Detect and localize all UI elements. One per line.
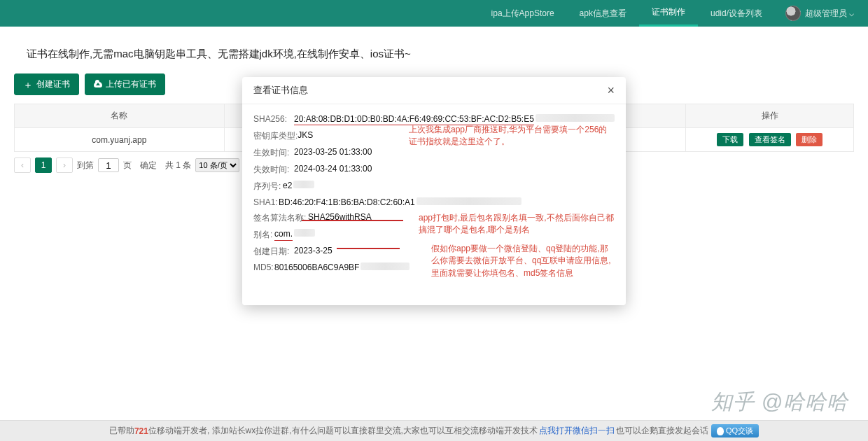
annotation-md5: 假如你app要做一个微信登陆、qq登陆的功能,那么你需要去微信开放平台、qq互联… xyxy=(431,243,613,279)
obscured xyxy=(360,262,410,270)
start-value: 2023-03-25 01:33:00 xyxy=(294,147,372,159)
end-label: 失效时间: xyxy=(253,164,294,176)
modal-title: 查看证书信息 xyxy=(253,84,308,97)
md5-label: MD5: xyxy=(253,262,274,272)
serial-value: e2 xyxy=(283,181,292,192)
create-value: 2023-3-25 xyxy=(294,246,332,258)
footer-t3: 也可以企鹅直接发起会话 xyxy=(616,425,708,437)
end-value: 2024-03-24 01:33:00 xyxy=(294,164,372,176)
sha1-value: BD:46:20:F4:1B:B6:BA:D8:C2:60:A1 xyxy=(279,197,415,207)
serial-label: 序列号: xyxy=(253,181,283,192)
wechat-link[interactable]: 点我打开微信扫一扫 xyxy=(539,425,615,437)
annotation-line xyxy=(337,248,400,249)
footer-t1: 已帮助 xyxy=(109,425,134,437)
qq-label: QQ交谈 xyxy=(726,426,753,436)
algo-value: SHA256withRSA xyxy=(308,212,372,224)
qq-icon xyxy=(717,427,724,435)
alias-value: com. xyxy=(274,229,293,241)
qq-chat-button[interactable]: QQ交谈 xyxy=(711,424,759,438)
cert-info-modal: 查看证书信息 × SHA256:20:A8:08:DB:D1:0D:B0:BD:… xyxy=(242,77,626,305)
keystore-label: 密钥库类型: xyxy=(253,130,298,142)
sha256-label: SHA256: xyxy=(253,114,294,125)
keystore-value: JKS xyxy=(298,130,313,142)
watermark: 知乎 @哈哈哈 xyxy=(711,388,848,416)
create-label: 创建日期: xyxy=(253,246,294,258)
obscured xyxy=(294,229,315,237)
alias-label: 别名: xyxy=(253,229,274,241)
start-label: 生效时间: xyxy=(253,147,294,159)
annotation-line xyxy=(302,220,403,221)
obscured xyxy=(293,181,314,188)
obscured xyxy=(536,114,615,122)
md5-value: 80165006BA6C9A9BF xyxy=(274,262,359,272)
footer-bar: 已帮助 721 位移动端开发者, 添加站长wx拉你进群,有什么问题可以直接群里交… xyxy=(0,420,868,441)
obscured xyxy=(416,197,522,205)
footer-t2: 位移动端开发者, 添加站长wx拉你进群,有什么问题可以直接群里交流,大家也可以互… xyxy=(148,425,538,437)
footer-count: 721 xyxy=(134,426,148,436)
annotation-sha256: 上次我集成app厂商推送时,华为平台需要填一个256的证书指纹就是这里这个了。 xyxy=(409,124,615,148)
algo-label: 签名算法名称: xyxy=(253,212,308,224)
close-icon[interactable]: × xyxy=(607,84,615,97)
sha1-label: SHA1: xyxy=(253,197,279,207)
annotation-alias: app打包时,最后包名跟别名填一致,不然后面你自己都搞混了哪个是包名,哪个是别名 xyxy=(419,212,615,237)
